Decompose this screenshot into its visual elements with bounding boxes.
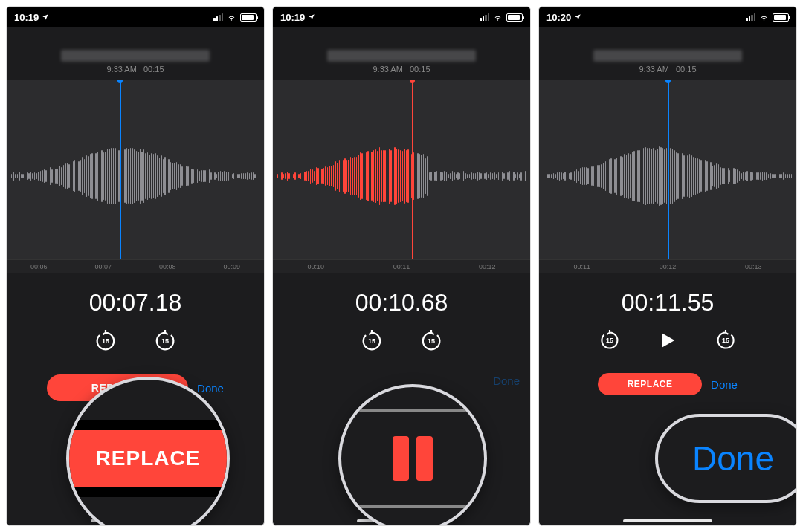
waveform-area[interactable]: 00:11 00:12 00:13 xyxy=(539,80,796,273)
wifi-icon xyxy=(758,13,770,22)
waveform xyxy=(273,117,530,236)
jump-text: 15 xyxy=(102,337,109,345)
waveform xyxy=(7,117,264,236)
ruler-tick: 00:12 xyxy=(479,263,496,270)
ruler-tick: 00:06 xyxy=(30,263,48,270)
jump-text: 15 xyxy=(161,337,169,345)
current-time: 00:11.55 xyxy=(539,273,796,330)
status-bar: 10:19 xyxy=(273,7,530,27)
playhead[interactable] xyxy=(120,80,121,259)
recording-title-blurred xyxy=(327,50,476,62)
jump-text: 15 xyxy=(368,337,375,345)
time-ruler: 00:06 00:07 00:08 00:09 xyxy=(7,259,264,273)
cellular-icon xyxy=(480,13,489,21)
transport-controls: 15 15 xyxy=(7,330,264,367)
rewind-15-button[interactable]: 15 xyxy=(599,330,620,351)
play-button[interactable] xyxy=(657,330,678,351)
forward-15-button[interactable]: 15 xyxy=(420,330,442,352)
status-bar: 10:19 xyxy=(7,7,264,27)
cellular-icon xyxy=(213,13,223,21)
bottom-bar: REPLACE Done xyxy=(539,366,796,410)
jump-text: 15 xyxy=(722,337,729,344)
recording-duration: 00:15 xyxy=(676,65,697,74)
recording-time: 9:33 AM xyxy=(373,65,402,74)
phone-screen-1: 10:19 9:33 AM 00:15 00:06 00:07 00:08 00… xyxy=(6,6,265,526)
forward-15-button[interactable]: 15 xyxy=(154,330,176,352)
recording-title-blurred xyxy=(61,50,210,62)
forward-15-button[interactable]: 15 xyxy=(715,330,736,351)
callout-done-label: Done xyxy=(692,438,774,479)
status-time: 10:20 xyxy=(546,12,571,23)
location-icon xyxy=(574,13,581,21)
current-time: 00:10.68 xyxy=(273,273,530,330)
recording-time: 9:33 AM xyxy=(106,65,136,74)
rewind-15-button[interactable]: 15 xyxy=(361,330,383,352)
status-time: 10:19 xyxy=(14,12,39,23)
callout-pause-zoom xyxy=(338,384,487,526)
transport-controls: 15 15 xyxy=(539,330,796,366)
waveform-area[interactable]: 00:10 00:11 00:12 xyxy=(273,80,530,273)
done-button[interactable]: Done xyxy=(197,382,224,395)
recording-header: 9:33 AM 00:15 xyxy=(273,27,530,80)
recording-time: 9:33 AM xyxy=(639,65,668,74)
home-indicator[interactable] xyxy=(623,519,712,522)
ruler-tick: 00:10 xyxy=(307,263,324,270)
playhead[interactable] xyxy=(668,80,669,259)
jump-text: 15 xyxy=(428,337,435,345)
phone-screen-2: 10:19 9:33 AM 00:15 00:10 00:11 00:12 00… xyxy=(272,6,531,526)
wifi-icon xyxy=(492,13,503,22)
ruler-tick: 00:08 xyxy=(159,263,176,270)
battery-icon xyxy=(240,13,257,22)
ruler-tick: 00:13 xyxy=(745,263,762,270)
current-time: 00:07.18 xyxy=(7,273,264,330)
pause-icon xyxy=(393,436,433,481)
battery-icon xyxy=(773,13,789,22)
recording-duration: 00:15 xyxy=(143,65,164,74)
battery-icon xyxy=(506,13,523,22)
waveform-area[interactable]: 00:06 00:07 00:08 00:09 xyxy=(7,80,264,273)
rewind-15-button[interactable]: 15 xyxy=(94,330,117,352)
recording-header: 9:33 AM 00:15 xyxy=(539,27,796,80)
status-bar: 10:20 xyxy=(539,7,796,27)
time-ruler: 00:11 00:12 00:13 xyxy=(539,259,796,273)
ruler-tick: 00:11 xyxy=(393,263,410,270)
status-time: 10:19 xyxy=(280,12,305,23)
callout-replace-label: REPLACE xyxy=(69,430,227,487)
recording-duration: 00:15 xyxy=(410,65,430,74)
jump-text: 15 xyxy=(606,337,613,344)
transport-controls: 15 15 xyxy=(273,330,530,367)
location-icon xyxy=(42,13,49,21)
callout-done-zoom: Done xyxy=(655,414,797,503)
ruler-tick: 00:11 xyxy=(573,263,590,270)
phone-screen-3: 10:20 9:33 AM 00:15 00:11 00:12 00:13 00… xyxy=(538,6,797,526)
time-ruler: 00:10 00:11 00:12 xyxy=(273,259,530,273)
wifi-icon xyxy=(226,13,237,22)
ruler-tick: 00:07 xyxy=(94,263,112,270)
recording-header: 9:33 AM 00:15 xyxy=(7,27,264,80)
cellular-icon xyxy=(746,13,755,21)
location-icon xyxy=(308,13,315,21)
ruler-tick: 00:12 xyxy=(660,263,677,270)
ruler-tick: 00:09 xyxy=(223,263,240,270)
recording-title-blurred xyxy=(593,50,742,62)
replace-button[interactable]: REPLACE xyxy=(598,373,702,395)
done-button[interactable]: Done xyxy=(711,378,738,391)
done-button[interactable]: Done xyxy=(493,374,520,387)
playhead[interactable] xyxy=(412,80,413,259)
